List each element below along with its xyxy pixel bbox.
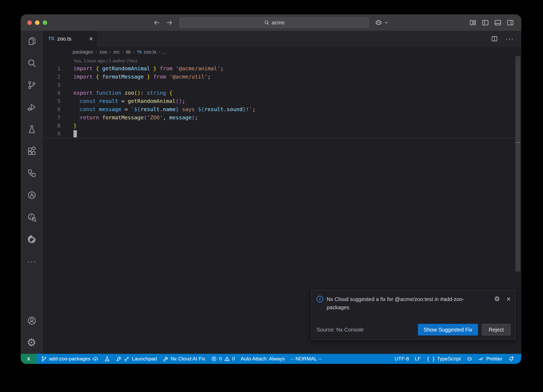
editor-group: TS zoo.ts × ··· packages›zoo›src›lib›TSz… [43,31,521,354]
activity-item-explorer[interactable] [25,35,38,47]
breadcrumb-item[interactable]: zoo.ts [144,49,156,55]
files-icon [27,36,37,46]
code-line[interactable]: 6 const message = `${result.name} says $… [43,105,521,114]
circle-graph-icon [27,190,37,200]
status-item-language-mode[interactable]: { }TypeScript [424,354,464,364]
status-item-remote-indicator[interactable] [21,354,37,364]
braces-icon: { } [427,356,435,362]
error-icon [211,356,217,362]
tab-zoo-ts[interactable]: TS zoo.ts × [43,31,98,47]
code-line[interactable]: 8} [43,122,521,130]
status-item-auto-attach[interactable]: Auto Attach: Always [238,354,288,364]
toggle-secondary-sidebar-icon[interactable] [507,19,514,26]
remote-icon [26,356,32,362]
toggle-primary-sidebar-icon[interactable] [482,19,489,26]
notification-close-icon[interactable]: × [506,296,511,303]
gutter-line-number[interactable]: 6 [43,105,60,114]
status-bar-left: add-zoo-packagesLaunchpadNx Cloud AI Fix… [21,354,392,364]
activity-item-remote-hierarchy[interactable] [25,167,38,180]
customize-layout-icon[interactable] [469,19,476,26]
gutter-line-number[interactable]: 1 [43,64,60,73]
status-item-git-branch[interactable]: add-zoo-packages [38,354,101,364]
gear-icon: ⚙ [27,337,37,348]
activity-item-testing[interactable] [25,123,38,136]
breadcrumb-item[interactable]: ... [163,49,167,55]
activity-item-project-graph[interactable] [25,189,38,202]
show-suggested-fix-button[interactable]: Show Suggested Fix [418,324,478,336]
beaker-icon [27,124,37,134]
code-line[interactable]: 2import { formatMessage } from '@acme/ut… [43,73,521,81]
activity-item-more-views[interactable]: ··· [25,255,38,268]
close-window-button[interactable] [27,20,32,25]
status-item-nx-project-graph[interactable] [101,354,113,364]
status-item-copilot-status[interactable] [464,354,475,364]
copilot-icon [375,19,382,26]
tab-bar: TS zoo.ts × ··· [43,31,521,47]
go-forward-icon[interactable] [166,19,173,26]
gutter-line-number[interactable]: 4 [43,89,60,97]
activity-item-extensions[interactable] [25,145,38,158]
gutter-line-number[interactable]: 8 [43,122,60,130]
editor-scrollbar[interactable] [515,56,520,272]
info-icon: i [317,296,323,302]
activity-item-settings[interactable]: ⚙ [25,336,38,349]
code-line[interactable]: 4export function zoo(): string { [43,89,521,97]
breadcrumb-separator-icon: › [159,49,160,55]
circle-graph-search-icon [27,212,37,222]
breadcrumb-item[interactable]: src [113,49,120,55]
activity-item-source-control[interactable] [25,79,38,92]
activity-item-search[interactable] [25,57,38,69]
code-line[interactable]: 3 [43,81,521,89]
account-icon [27,316,37,325]
zoom-window-button[interactable] [43,20,47,25]
breadcrumb-item[interactable]: lib [126,49,131,55]
breadcrumb-item[interactable]: zoo [99,49,107,55]
indent-guide [79,97,80,105]
status-item-encoding[interactable]: UTF-8 [392,354,412,364]
status-item-nx-cloud-ai-fix[interactable]: Nx Cloud AI Fix [160,354,208,364]
activity-bar-bottom: ⚙ [25,314,38,349]
status-item-vim-mode[interactable]: -- NORMAL -- [288,354,324,364]
project-graph-icon [104,356,110,362]
notification-settings-icon[interactable]: ⚙ [494,296,500,302]
activity-item-run-debug[interactable] [25,101,38,114]
reject-button[interactable]: Reject [482,324,511,336]
status-item-notifications-bell[interactable] [505,354,517,364]
bell-dot-icon [508,356,514,362]
gutter-line-number[interactable]: 2 [43,73,60,81]
status-bar: add-zoo-packagesLaunchpadNx Cloud AI Fix… [21,354,521,364]
code-line[interactable]: 7 return formatMessage('ZOO', message); [43,114,521,122]
minimize-window-button[interactable] [35,20,40,25]
breadcrumb-separator-icon: › [133,49,135,55]
editor-cursor [73,130,77,137]
toggle-panel-icon[interactable] [494,19,501,26]
copilot-menu[interactable] [375,14,389,31]
more-actions-icon[interactable]: ··· [505,35,514,43]
notification-toast: i Nx Cloud suggested a fix for @acme/zoo… [311,290,516,340]
gutter-line-number[interactable]: 9 [43,130,60,138]
breadcrumb-item[interactable]: packages [73,49,93,55]
overview-ruler-cursor-mark [515,142,520,143]
split-editor-icon[interactable] [491,35,498,42]
indent-guide [79,105,80,114]
tab-label: zoo.ts [57,36,86,42]
activity-item-graph-search[interactable] [25,211,38,224]
code-line[interactable]: 5 const result = getRandomAnimal(); [43,97,521,105]
status-item-launchpad[interactable]: Launchpad [113,354,160,364]
command-center-search[interactable]: acme [179,17,369,28]
indent-guide [79,114,80,122]
go-back-icon[interactable] [153,19,160,26]
gutter-line-number[interactable]: 7 [43,114,60,122]
activity-item-accounts[interactable] [25,314,38,327]
edge-icon [27,234,37,244]
activity-item-edge-tools[interactable] [25,233,38,246]
status-item-formatter[interactable]: Prettier [475,354,505,364]
status-item-problems[interactable]: 00 [208,354,238,364]
gutter-line-number[interactable]: 5 [43,97,60,105]
status-item-eol[interactable]: LF [412,354,423,364]
code-line[interactable]: 9 [43,130,521,138]
close-tab-icon[interactable]: × [89,35,93,42]
title-bar: acme [21,14,521,31]
code-line[interactable]: 1import { getRandomAnimal } from '@acme/… [43,64,521,73]
gutter-line-number[interactable]: 3 [43,81,60,89]
